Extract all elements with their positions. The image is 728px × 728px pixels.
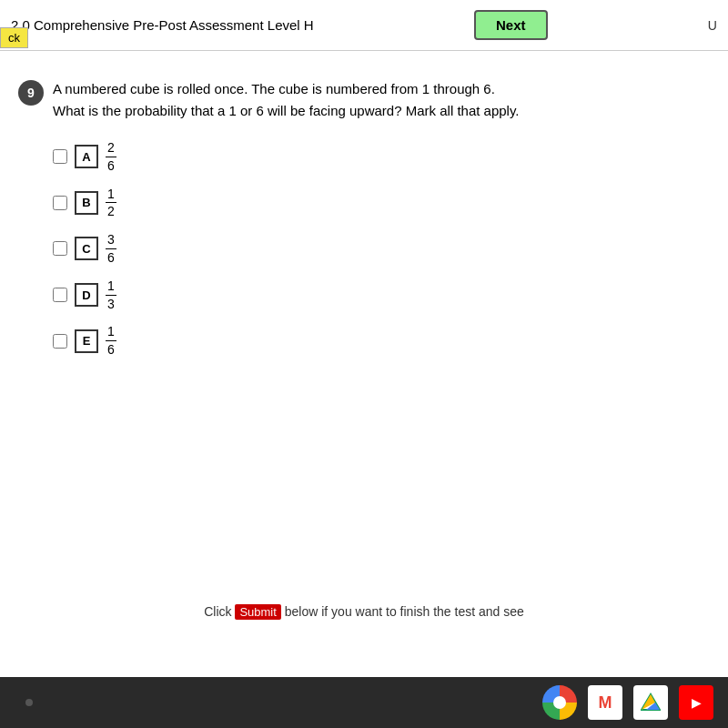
choice-label-d: D bbox=[75, 283, 98, 307]
fraction-e: 1 6 bbox=[106, 324, 116, 358]
fraction-a: 2 6 bbox=[106, 140, 116, 174]
fraction-d: 1 3 bbox=[106, 278, 116, 312]
checkbox-e[interactable] bbox=[53, 334, 67, 349]
checkbox-b[interactable] bbox=[53, 196, 67, 210]
choice-label-a: A bbox=[75, 145, 98, 168]
choice-row-e: E 1 6 bbox=[53, 324, 710, 358]
choice-label-b: B bbox=[75, 191, 98, 215]
fraction-c: 3 6 bbox=[106, 232, 116, 266]
question-row: 9 A numbered cube is rolled once. The cu… bbox=[18, 78, 710, 122]
choice-row-c: C 3 6 bbox=[53, 232, 710, 266]
user-initial: U bbox=[708, 18, 717, 33]
main-content: 9 A numbered cube is rolled once. The cu… bbox=[0, 51, 728, 376]
gmail-icon[interactable]: M bbox=[588, 685, 622, 720]
fraction-b: 1 2 bbox=[106, 187, 116, 220]
chrome-icon[interactable] bbox=[542, 685, 577, 720]
checkbox-a[interactable] bbox=[53, 149, 67, 164]
drive-icon[interactable] bbox=[633, 685, 668, 720]
choice-row-b: B 1 2 bbox=[53, 187, 710, 220]
submit-hint: Click Submit below if you want to finish… bbox=[0, 604, 728, 619]
choice-label-e: E bbox=[75, 329, 98, 353]
checkbox-d[interactable] bbox=[53, 288, 67, 302]
top-bar-left: 2.0 Comprehensive Pre-Post Assessment Le… bbox=[11, 17, 314, 33]
youtube-icon[interactable]: ▶ bbox=[679, 685, 713, 720]
checkbox-c[interactable] bbox=[53, 241, 67, 256]
taskbar: M ▶ bbox=[0, 677, 728, 728]
choice-row-a: A 2 6 bbox=[53, 140, 710, 174]
choices-container: A 2 6 B 1 2 C 3 6 D bbox=[53, 140, 710, 358]
next-button[interactable]: Next bbox=[474, 10, 548, 40]
top-bar: 2.0 Comprehensive Pre-Post Assessment Le… bbox=[0, 0, 728, 51]
taskbar-dot bbox=[25, 699, 33, 706]
question-number: 9 bbox=[18, 80, 44, 106]
assessment-title: 2.0 Comprehensive Pre-Post Assessment Le… bbox=[11, 17, 314, 33]
question-text: A numbered cube is rolled once. The cube… bbox=[53, 78, 519, 122]
submit-word: Submit bbox=[235, 604, 280, 620]
back-button[interactable]: ck bbox=[0, 27, 28, 48]
choice-row-d: D 1 3 bbox=[53, 278, 710, 312]
choice-label-c: C bbox=[75, 237, 98, 260]
